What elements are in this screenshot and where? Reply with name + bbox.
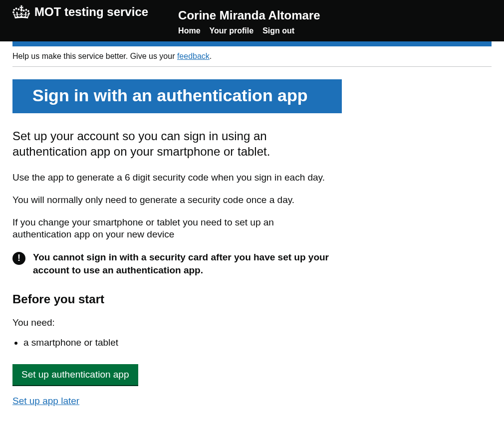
phase-text-prefix: Help us make this service better. Give u… xyxy=(12,52,177,60)
user-name: Corine Miranda Altomare xyxy=(178,7,320,23)
setup-later-link[interactable]: Set up app later xyxy=(12,395,79,408)
main-content: Sign in with an authentication app Set u… xyxy=(12,79,342,422)
blue-strip xyxy=(12,41,492,46)
setup-app-button[interactable]: Set up authentication app xyxy=(12,364,138,385)
warning-icon: ! xyxy=(12,252,25,265)
feedback-link[interactable]: feedback xyxy=(177,52,210,60)
nav-signout[interactable]: Sign out xyxy=(262,26,294,36)
requirements-list: a smartphone or tablet xyxy=(12,337,342,349)
page-title-banner: Sign in with an authentication app xyxy=(12,79,342,113)
crown-icon xyxy=(12,4,30,19)
warning-text: You cannot sign in with a security card … xyxy=(33,251,332,276)
body-paragraph-3: If you change your smartphone or tablet … xyxy=(12,216,332,241)
nav-profile[interactable]: Your profile xyxy=(210,26,254,36)
before-you-start-heading: Before you start xyxy=(12,291,342,307)
header-nav: Home Your profile Sign out xyxy=(178,26,320,36)
you-need-text: You need: xyxy=(12,317,342,329)
list-item: a smartphone or tablet xyxy=(23,337,342,349)
phase-banner: Help us make this service better. Give u… xyxy=(12,51,492,67)
global-header: MOT testing service Corine Miranda Altom… xyxy=(0,0,504,41)
body-paragraph-1: Use the app to generate a 6 digit securi… xyxy=(12,172,332,184)
body-paragraph-2: You will normally only need to generate … xyxy=(12,194,332,207)
header-row: MOT testing service Corine Miranda Altom… xyxy=(12,4,492,36)
page-title: Sign in with an authentication app xyxy=(32,86,322,105)
nav-home[interactable]: Home xyxy=(178,26,200,36)
lede-paragraph: Set up your account so you can sign in u… xyxy=(12,128,322,159)
phase-text-suffix: . xyxy=(210,52,212,60)
warning-box: ! You cannot sign in with a security car… xyxy=(12,251,332,276)
user-block: Corine Miranda Altomare Home Your profil… xyxy=(178,7,320,36)
logo-block[interactable]: MOT testing service xyxy=(12,4,148,19)
service-name: MOT testing service xyxy=(34,4,148,19)
